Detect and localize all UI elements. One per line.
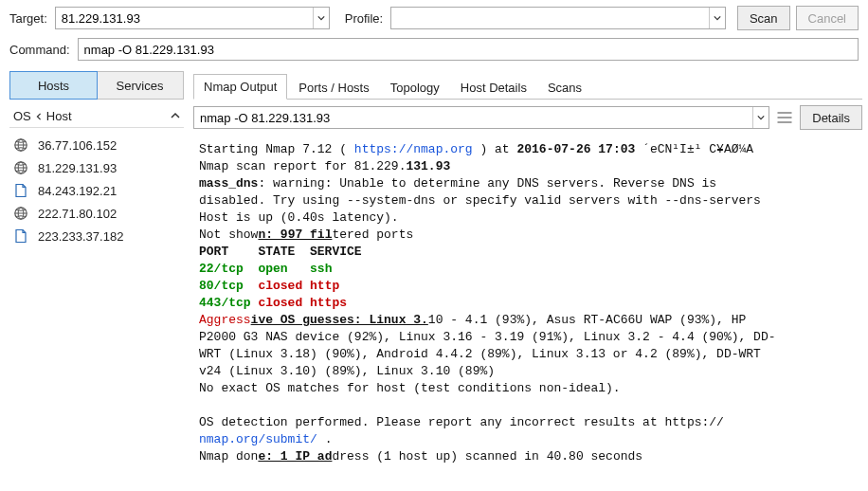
cancel-button: Cancel: [796, 6, 859, 30]
header-host-label: Host: [46, 109, 72, 123]
tab-label: Nmap Output: [204, 80, 277, 94]
tab-services[interactable]: Services: [97, 72, 183, 99]
scan-button-label: Scan: [750, 11, 778, 26]
profile-combo[interactable]: [390, 7, 726, 29]
tab-hosts[interactable]: Hosts: [9, 71, 98, 100]
tab-topology[interactable]: Topology: [381, 76, 449, 100]
host-row[interactable]: 84.243.192.21: [9, 179, 184, 202]
tab-ports-hosts[interactable]: Ports / Hosts: [289, 76, 378, 100]
host-row[interactable]: 36.77.106.152: [9, 134, 184, 156]
list-icon[interactable]: [775, 107, 794, 128]
nmap-output-area: Starting Nmap 7.12 ( https://nmap.org ) …: [193, 136, 862, 487]
host-ip: 36.77.106.152: [38, 138, 117, 153]
host-row[interactable]: 223.233.37.182: [9, 225, 184, 247]
cancel-button-label: Cancel: [808, 11, 846, 26]
chevron-left-icon: [35, 113, 43, 120]
host-ip: 81.229.131.93: [38, 161, 117, 175]
document-icon: [13, 183, 28, 198]
target-label: Target:: [9, 11, 47, 26]
tab-services-label: Services: [117, 79, 164, 93]
host-list-header[interactable]: OS Host: [9, 105, 184, 128]
globe-icon: [13, 206, 28, 221]
scan-select-input[interactable]: [194, 107, 752, 128]
target-combo[interactable]: [55, 7, 330, 29]
nmap-url[interactable]: https://nmap.org: [354, 142, 473, 156]
chevron-down-icon[interactable]: [752, 107, 769, 128]
profile-label: Profile:: [345, 11, 383, 26]
command-label: Command:: [9, 43, 70, 57]
host-ip: 222.71.80.102: [38, 207, 117, 221]
host-row[interactable]: 81.229.131.93: [9, 156, 184, 179]
profile-input[interactable]: [391, 8, 709, 28]
details-button-label: Details: [812, 111, 850, 125]
document-icon: [13, 228, 28, 244]
chevron-down-icon[interactable]: [709, 8, 725, 28]
header-os-label: OS: [13, 109, 31, 123]
tab-host-details[interactable]: Host Details: [451, 76, 536, 100]
target-input[interactable]: [56, 8, 313, 28]
host-list: 36.77.106.15281.229.131.9384.243.192.212…: [9, 128, 184, 247]
scan-button[interactable]: Scan: [737, 6, 790, 30]
globe-icon: [13, 160, 28, 175]
globe-icon: [13, 137, 28, 153]
host-services-tabs: Hosts Services: [9, 71, 184, 100]
details-button[interactable]: Details: [800, 105, 862, 130]
tab-hosts-label: Hosts: [38, 79, 69, 93]
chevron-up-icon: [171, 109, 180, 123]
command-input[interactable]: [78, 38, 859, 61]
host-row[interactable]: 222.71.80.102: [9, 202, 184, 225]
nmap-submit-url[interactable]: nmap.org/submit/: [199, 432, 317, 446]
tab-scans[interactable]: Scans: [538, 76, 591, 100]
scan-select-combo[interactable]: [193, 106, 769, 129]
tab-label: Scans: [548, 81, 582, 95]
tab-nmap-output[interactable]: Nmap Output: [193, 74, 287, 100]
tab-label: Topology: [390, 81, 440, 95]
host-ip: 84.243.192.21: [38, 184, 117, 198]
host-ip: 223.233.37.182: [38, 229, 123, 244]
tab-label: Host Details: [461, 81, 527, 95]
output-tabs: Nmap Output Ports / Hosts Topology Host …: [193, 71, 862, 100]
tab-label: Ports / Hosts: [298, 81, 369, 95]
chevron-down-icon[interactable]: [313, 8, 329, 28]
